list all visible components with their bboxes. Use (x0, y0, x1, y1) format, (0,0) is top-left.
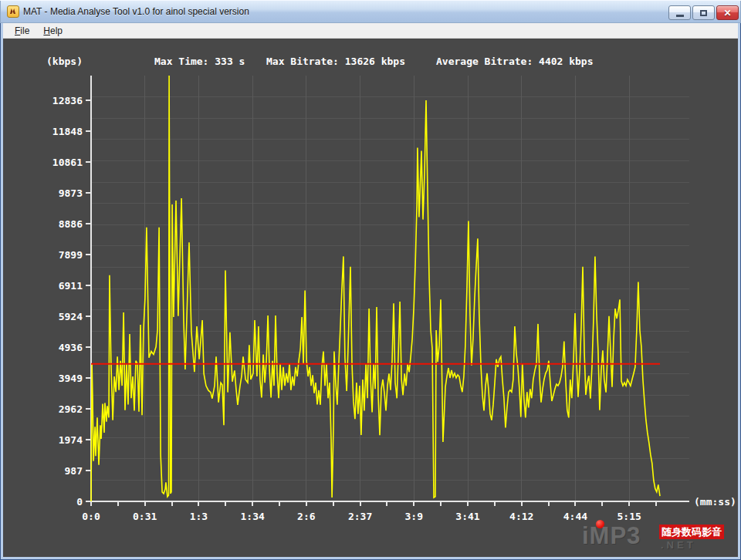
watermark-suffix: .NET (661, 539, 696, 551)
x-tick-label: 3:9 (405, 511, 423, 522)
x-tick-label: 5:15 (618, 511, 641, 522)
y-tick-label: 8886 (59, 218, 83, 230)
x-tick-label: 1:3 (190, 511, 208, 522)
y-tick-label: 3949 (59, 373, 83, 384)
bitrate-chart: 0987197429623949493659246911789988869873… (3, 39, 738, 557)
app-window: MAT - Media Analyse Tool v1.0 for ainol … (0, 0, 741, 560)
maximize-button[interactable] (692, 5, 715, 20)
y-tick-label: 1974 (59, 434, 83, 446)
x-tick-label: 3:41 (455, 511, 479, 522)
y-tick-label: 2962 (59, 403, 83, 415)
x-tick-label: 4:44 (563, 511, 587, 522)
watermark: iMP3 随身数码影音 .NET (584, 525, 738, 555)
y-tick-label: 11848 (52, 126, 83, 137)
minimize-icon (676, 15, 684, 17)
x-tick-label: 1:34 (240, 511, 264, 522)
y-tick-label: 4936 (59, 342, 83, 353)
app-icon (7, 5, 19, 18)
window-title: MAT - Media Analyse Tool v1.0 for ainol … (23, 6, 249, 17)
window-controls: ✕ (668, 5, 739, 20)
menu-item-file[interactable]: File (8, 24, 36, 38)
menubar: FileHelp (3, 23, 738, 39)
watermark-badge: 随身数码影音 (659, 525, 724, 539)
close-icon: ✕ (723, 8, 731, 18)
y-tick-label: 12836 (52, 95, 83, 106)
x-tick-label: 4:12 (509, 511, 533, 522)
y-tick-label: 0 (76, 496, 83, 508)
y-tick-label: 5924 (59, 311, 83, 322)
x-unit-label: (mm:ss) (694, 496, 736, 508)
y-tick-label: 7899 (59, 249, 83, 261)
minimize-button[interactable] (668, 5, 691, 20)
watermark-brand: iMP3 (582, 525, 641, 548)
titlebar[interactable]: MAT - Media Analyse Tool v1.0 for ainol … (0, 0, 741, 23)
maximize-icon (700, 10, 707, 16)
x-tick-label: 2:37 (348, 511, 372, 522)
y-tick-label: 10861 (52, 157, 83, 168)
y-tick-label: 987 (65, 465, 83, 477)
x-tick-label: 0:0 (82, 511, 100, 522)
chart-area: (kbps) Max Time: 333 s Max Bitrate: 1362… (3, 39, 738, 557)
y-tick-label: 9873 (59, 187, 83, 199)
x-tick-label: 2:6 (297, 511, 316, 522)
y-tick-label: 6911 (59, 280, 83, 292)
close-button[interactable]: ✕ (716, 5, 739, 20)
menu-item-help[interactable]: Help (36, 24, 69, 38)
x-tick-label: 0:31 (133, 511, 157, 522)
